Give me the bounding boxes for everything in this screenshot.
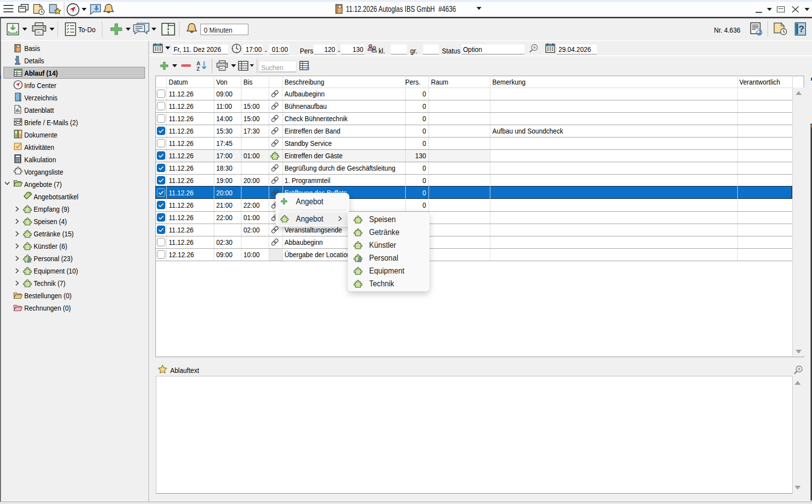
svg-text:?: ?	[799, 24, 805, 34]
svg-text:Z: Z	[196, 66, 200, 72]
svg-text:A: A	[196, 60, 200, 66]
